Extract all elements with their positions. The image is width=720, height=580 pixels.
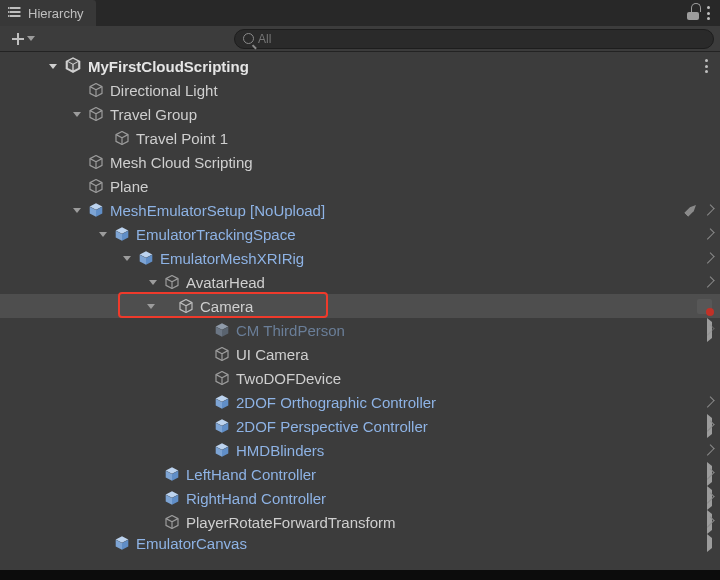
tab-title: Hierarchy	[28, 7, 84, 20]
chevron-right-icon[interactable]	[148, 493, 158, 503]
prefab-cube-icon	[214, 322, 230, 338]
tree-item-player-rotate[interactable]: PlayerRotateForwardTransform	[0, 510, 720, 534]
tree-item-ui-camera[interactable]: UI Camera	[0, 342, 720, 366]
create-button[interactable]	[6, 29, 40, 49]
tree-item-hmd-blinders[interactable]: HMDBlinders	[0, 438, 720, 462]
chevron-right-icon[interactable]	[198, 421, 208, 431]
tree-item-2dof-persp[interactable]: 2DOF Perspective Controller	[0, 414, 720, 438]
search-input-field[interactable]	[258, 30, 705, 48]
tree-item-label: EmulatorCanvas	[136, 536, 247, 551]
tree-item-label: Plane	[110, 179, 148, 194]
gameobject-cube-icon	[88, 178, 104, 194]
tree-item-label: HMDBlinders	[236, 443, 324, 458]
prefab-cube-icon	[214, 394, 230, 410]
tree-item-label: RightHand Controller	[186, 491, 326, 506]
tree-item-label: LeftHand Controller	[186, 467, 316, 482]
chevron-right-icon[interactable]	[706, 229, 712, 239]
chevron-right-icon[interactable]	[706, 421, 712, 431]
tree-item-2dof-ortho[interactable]: 2DOF Orthographic Controller	[0, 390, 720, 414]
tree-item-label: AvatarHead	[186, 275, 265, 290]
tree-item-label: 2DOF Perspective Controller	[236, 419, 428, 434]
tree-item-label: MeshEmulatorSetup [NoUpload]	[110, 203, 325, 218]
tree-item-two-dof-device[interactable]: TwoDOFDevice	[0, 366, 720, 390]
tree-item-label: Travel Point 1	[136, 131, 228, 146]
tree-item-label: Travel Group	[110, 107, 197, 122]
chevron-right-icon[interactable]	[706, 325, 712, 335]
chevron-right-icon[interactable]	[706, 469, 712, 479]
prefab-cube-icon	[88, 202, 104, 218]
tree-item-label: 2DOF Orthographic Controller	[236, 395, 436, 410]
tree-item-label: EmulatorMeshXRIRig	[160, 251, 304, 266]
gameobject-cube-icon	[88, 82, 104, 98]
tree-item-label: PlayerRotateForwardTransform	[186, 515, 396, 530]
search-input[interactable]	[234, 29, 714, 49]
tree-item-label: UI Camera	[236, 347, 309, 362]
tree-item-mesh-cloud-scripting[interactable]: Mesh Cloud Scripting	[0, 150, 720, 174]
tree-item-label: CM ThirdPerson	[236, 323, 345, 338]
script-warning-icon	[697, 299, 712, 314]
chevron-down-icon[interactable]	[48, 61, 58, 71]
chevron-down-icon[interactable]	[72, 205, 82, 215]
tag-icon	[681, 200, 701, 220]
prefab-cube-icon	[138, 250, 154, 266]
gameobject-cube-icon	[88, 154, 104, 170]
chevron-right-icon[interactable]	[706, 517, 712, 527]
panel-menu-icon[interactable]	[707, 6, 710, 20]
tree-item-mesh-emulator-setup[interactable]: MeshEmulatorSetup [NoUpload]	[0, 198, 720, 222]
prefab-cube-icon	[114, 226, 130, 242]
chevron-right-icon[interactable]	[148, 469, 158, 479]
tree-item-left-hand[interactable]: LeftHand Controller	[0, 462, 720, 486]
tree-item-emulator-mesh-xri-rig[interactable]: EmulatorMeshXRIRig	[0, 246, 720, 270]
scene-row[interactable]: MyFirstCloudScripting	[0, 54, 720, 78]
gameobject-cube-icon	[88, 106, 104, 122]
tabbar-spacer	[96, 0, 687, 26]
chevron-right-icon[interactable]	[98, 538, 108, 548]
tab-hierarchy[interactable]: Hierarchy	[0, 0, 96, 26]
tree-item-directional-light[interactable]: Directional Light	[0, 78, 720, 102]
tree-item-label: Directional Light	[110, 83, 218, 98]
tree-item-avatar-head[interactable]: AvatarHead	[0, 270, 720, 294]
chevron-down-icon[interactable]	[146, 301, 156, 311]
tree-item-label: Camera	[200, 299, 253, 314]
prefab-cube-icon	[214, 418, 230, 434]
panel-icon	[8, 5, 22, 21]
gameobject-cube-icon	[214, 370, 230, 386]
tree-item-label: TwoDOFDevice	[236, 371, 341, 386]
chevron-down-icon[interactable]	[72, 109, 82, 119]
prefab-cube-icon	[114, 535, 130, 551]
prefab-cube-icon	[164, 466, 180, 482]
chevron-right-icon[interactable]	[706, 277, 712, 287]
gameobject-cube-icon	[214, 346, 230, 362]
unity-cube-icon	[64, 56, 82, 76]
chevron-down-icon[interactable]	[122, 253, 132, 263]
tree-item-travel-group[interactable]: Travel Group	[0, 102, 720, 126]
tree-item-plane[interactable]: Plane	[0, 174, 720, 198]
lock-open-icon[interactable]	[687, 6, 699, 20]
chevron-down-icon[interactable]	[148, 277, 158, 287]
tree-item-label: EmulatorTrackingSpace	[136, 227, 296, 242]
gameobject-cube-icon	[164, 274, 180, 290]
tree-item-camera[interactable]: Camera	[0, 294, 720, 318]
tree-item-emulator-tracking-space[interactable]: EmulatorTrackingSpace	[0, 222, 720, 246]
scene-name: MyFirstCloudScripting	[88, 59, 249, 74]
chevron-right-icon[interactable]	[198, 325, 208, 335]
chevron-down-icon	[27, 36, 35, 41]
gameobject-cube-icon	[164, 514, 180, 530]
chevron-right-icon[interactable]	[706, 445, 712, 455]
footer-bar	[0, 570, 720, 580]
tree-item-label: Mesh Cloud Scripting	[110, 155, 253, 170]
chevron-right-icon[interactable]	[148, 517, 158, 527]
tree-item-travel-point-1[interactable]: Travel Point 1	[0, 126, 720, 150]
tree-item-right-hand[interactable]: RightHand Controller	[0, 486, 720, 510]
tree-item-cm-thirdperson[interactable]: CM ThirdPerson	[0, 318, 720, 342]
chevron-right-icon[interactable]	[706, 205, 712, 215]
tree-item-emulator-canvas[interactable]: EmulatorCanvas	[0, 534, 720, 552]
scene-menu-icon[interactable]	[705, 59, 708, 73]
chevron-right-icon[interactable]	[706, 397, 712, 407]
chevron-right-icon[interactable]	[706, 253, 712, 263]
prefab-cube-icon	[164, 490, 180, 506]
prefab-cube-icon	[214, 442, 230, 458]
chevron-down-icon[interactable]	[98, 229, 108, 239]
chevron-right-icon[interactable]	[706, 493, 712, 503]
plus-icon	[11, 32, 25, 46]
